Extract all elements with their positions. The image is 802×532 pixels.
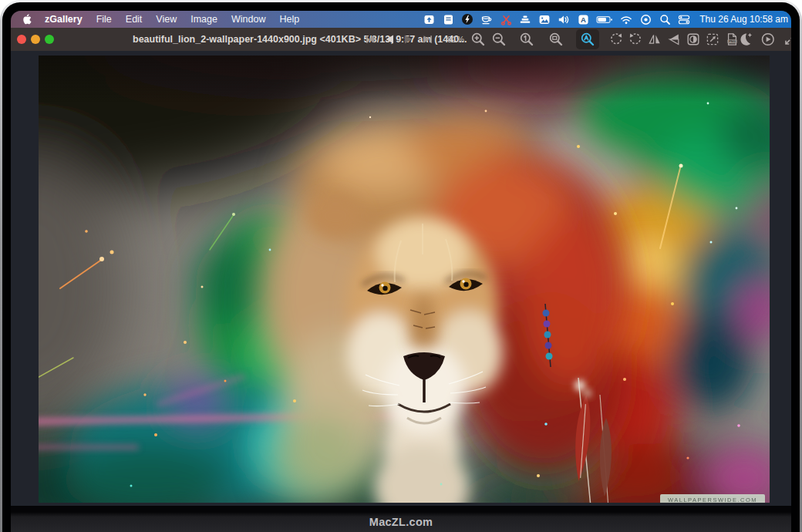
view-group (737, 32, 791, 47)
zoom-out-icon[interactable] (491, 32, 507, 47)
image-canvas: WALLPAPERSWIDE.COM (11, 51, 791, 506)
menu-bar-clock[interactable]: Thu 26 Aug 10:58 am (697, 14, 788, 25)
input-source-icon[interactable]: A (577, 13, 589, 25)
flip-horizontal-icon[interactable] (648, 32, 662, 46)
apple-icon (22, 14, 32, 25)
menu-window[interactable]: Window (224, 11, 272, 28)
control-center-icon[interactable] (678, 13, 690, 25)
brand-text: MacZL.com (369, 516, 433, 528)
volume-icon[interactable] (558, 13, 570, 25)
menu-help[interactable]: Help (272, 11, 306, 28)
lion-artwork[interactable]: WALLPAPERSWIDE.COM (39, 56, 770, 503)
svg-text:PNG: PNG (729, 39, 736, 43)
wifi-icon[interactable] (620, 13, 632, 25)
resize-icon[interactable] (706, 32, 719, 46)
zoom-window-button[interactable] (45, 35, 54, 44)
menu-image[interactable]: Image (184, 11, 224, 28)
zoom-actual-size-icon[interactable] (519, 32, 534, 47)
window-toolbar: beautiful_lion_2-wallpaper-1440x900.jpg … (11, 28, 791, 51)
menu-bar-status: A Thu 26 Aug 10:58 am (423, 13, 788, 25)
menu-edit[interactable]: Edit (119, 11, 150, 28)
apple-menu[interactable] (20, 14, 38, 25)
watermark: WALLPAPERSWIDE.COM (660, 494, 765, 503)
previous-image-icon[interactable] (383, 33, 396, 45)
rotate-right-icon[interactable] (628, 32, 642, 46)
top-shade (39, 56, 770, 102)
watermark-text: WALLPAPERSWIDE.COM (668, 497, 757, 503)
spotlight-icon[interactable] (659, 13, 671, 25)
menu-bar-left: zGallery File Edit View Image Window Hel… (20, 11, 306, 28)
dark-mode-icon[interactable] (737, 32, 753, 47)
last-image-icon[interactable] (422, 33, 434, 45)
zoom-in-icon[interactable] (470, 32, 486, 47)
zoom-level-label: 91% (436, 35, 464, 44)
flip-vertical-icon[interactable] (667, 32, 681, 46)
battery-icon[interactable] (596, 13, 613, 25)
close-window-button[interactable] (17, 35, 26, 44)
first-image-icon[interactable] (364, 33, 376, 45)
slideshow-icon[interactable] (760, 32, 776, 47)
upload-box-icon[interactable] (423, 13, 435, 25)
app-menu-zgallery[interactable]: zGallery (38, 11, 89, 28)
transform-group: PNG (609, 32, 740, 46)
menu-bar: zGallery File Edit View Image Window Hel… (11, 11, 791, 28)
minimize-window-button[interactable] (31, 35, 40, 44)
adjust-icon[interactable] (686, 32, 700, 46)
cup-icon[interactable] (480, 13, 493, 25)
svg-text:A: A (581, 15, 586, 24)
notebook-icon[interactable] (442, 13, 454, 25)
lightning-icon[interactable] (461, 13, 473, 25)
zoom-fit-icon[interactable] (548, 32, 564, 47)
scissors-icon[interactable] (500, 13, 512, 25)
menu-view[interactable]: View (149, 11, 184, 28)
record-icon[interactable] (639, 13, 652, 25)
zoom-group (470, 29, 599, 49)
rotate-left-icon[interactable] (609, 32, 623, 46)
screen: zGallery File Edit View Image Window Hel… (11, 11, 791, 506)
nav-group (364, 33, 434, 45)
fullscreen-icon[interactable] (783, 32, 791, 46)
zoom-auto-icon[interactable] (576, 29, 599, 49)
screen-bezel: zGallery File Edit View Image Window Hel… (2, 2, 800, 532)
next-image-icon[interactable] (403, 33, 415, 45)
menu-file[interactable]: File (89, 11, 119, 28)
laptop-chin: MacZL.com (11, 506, 791, 532)
photos-icon[interactable] (538, 13, 551, 25)
laptop-frame: zGallery File Edit View Image Window Hel… (0, 0, 802, 532)
stack-icon[interactable] (519, 13, 531, 25)
